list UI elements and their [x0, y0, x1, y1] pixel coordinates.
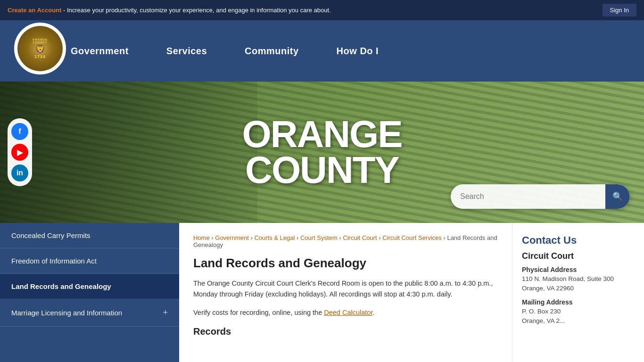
- logo-wrap: ORANGE COUNTY 🦁 1734: [14, 23, 71, 79]
- nav-how-do-i[interactable]: How Do I: [337, 46, 379, 56]
- sidebar-item-label: Concealed Carry Permits: [11, 231, 91, 239]
- tagline-text: - Increase your productivity, customize …: [61, 7, 330, 14]
- body-paragraph-2: Verify costs for recording, online, usin…: [193, 307, 498, 318]
- sidebar-item-foia[interactable]: Freedom of Information Act: [0, 248, 179, 274]
- create-account-link[interactable]: Create an Account: [8, 7, 61, 14]
- main-content: Concealed Carry Permits Freedom of Infor…: [0, 223, 644, 362]
- sidebar-item-land-records[interactable]: Land Records and Genealogy: [0, 274, 179, 299]
- breadcrumb-courts[interactable]: Courts & Legal: [254, 234, 295, 241]
- breadcrumb-home[interactable]: Home: [193, 234, 210, 241]
- header: ORANGE COUNTY 🦁 1734 Government Services…: [0, 20, 644, 82]
- body-paragraph-1: The Orange County Circuit Court Clerk's …: [193, 278, 498, 300]
- facebook-icon[interactable]: f: [11, 123, 28, 140]
- records-heading: Records: [193, 326, 498, 337]
- deed-calculator-link[interactable]: Deed Calculator: [324, 309, 372, 316]
- center-content: Home › Government › Courts & Legal › Cou…: [179, 223, 512, 362]
- hero-overlay: [0, 82, 257, 223]
- logo-circle: ORANGE COUNTY 🦁 1734: [14, 23, 66, 74]
- logo-seal: ORANGE COUNTY 🦁 1734: [17, 26, 63, 71]
- sidebar-item-label: Marriage Licensing and Information: [11, 309, 122, 317]
- nav-services[interactable]: Services: [166, 46, 207, 56]
- mailing-address-label: Mailing Address: [522, 298, 635, 306]
- breadcrumb: Home › Government › Courts & Legal › Cou…: [193, 234, 498, 248]
- contact-title: Contact Us: [522, 234, 635, 247]
- sidebar-item-label: Land Records and Genealogy: [11, 282, 111, 290]
- breadcrumb-circuit-court[interactable]: Circuit Court: [343, 234, 377, 241]
- hero-banner: f ▶ in ORANGE COUNTY 🔍: [0, 82, 644, 223]
- contact-subtitle: Circuit Court: [522, 251, 635, 261]
- body-text-2: Verify costs for recording, online, usin…: [193, 309, 324, 316]
- sidebar: Concealed Carry Permits Freedom of Infor…: [0, 223, 179, 362]
- breadcrumb-government[interactable]: Government: [215, 234, 249, 241]
- sidebar-item-label: Freedom of Information Act: [11, 257, 97, 265]
- sign-in-button[interactable]: Sign In: [603, 4, 636, 16]
- expand-icon: +: [163, 308, 168, 318]
- physical-address-line2: Orange, VA 22960: [522, 284, 635, 293]
- social-sidebar: f ▶ in: [8, 118, 32, 186]
- mailing-address-line1: P. O. Box 230: [522, 307, 635, 316]
- top-bar: Create an Account - Increase your produc…: [0, 0, 644, 20]
- search-input[interactable]: [451, 186, 605, 207]
- youtube-icon[interactable]: ▶: [11, 144, 28, 161]
- mailing-address-line2: Orange, VA 2...: [522, 316, 635, 326]
- contact-panel: Contact Us Circuit Court Physical Addres…: [512, 223, 644, 362]
- breadcrumb-court-system[interactable]: Court System: [300, 234, 338, 241]
- nav-government[interactable]: Government: [71, 46, 129, 56]
- search-button[interactable]: 🔍: [605, 184, 630, 209]
- search-icon: 🔍: [612, 191, 623, 202]
- linkedin-icon[interactable]: in: [11, 165, 28, 181]
- main-nav: Government Services Community How Do I: [71, 46, 379, 57]
- nav-community[interactable]: Community: [245, 46, 299, 56]
- logo-lion-icon: 🦁: [33, 44, 48, 54]
- sidebar-item-marriage[interactable]: Marriage Licensing and Information +: [0, 299, 179, 327]
- physical-address-label: Physical Address: [522, 266, 635, 273]
- logo-year: 1734: [33, 54, 48, 59]
- hero-search-box: 🔍: [451, 184, 630, 209]
- breadcrumb-circuit-services[interactable]: Circuit Court Services: [382, 234, 442, 241]
- page-title: Land Records and Genealogy: [193, 256, 498, 271]
- top-bar-message: Create an Account - Increase your produc…: [8, 7, 331, 14]
- physical-address-line1: 110 N. Madison Road, Suite 300: [522, 274, 635, 284]
- body-text-3: .: [372, 309, 374, 316]
- sidebar-item-concealed-carry[interactable]: Concealed Carry Permits: [0, 223, 179, 248]
